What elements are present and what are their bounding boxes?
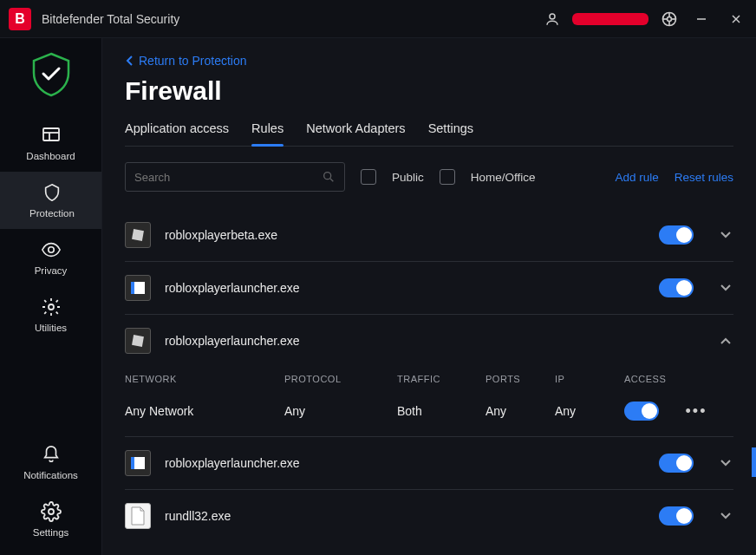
sidebar-item-settings[interactable]: Settings [0, 491, 101, 548]
sidebar-item-label: Dashboard [26, 151, 75, 161]
cell-protocol: Any [284, 404, 397, 418]
username-redacted [572, 13, 648, 25]
sidebar: Dashboard Protection Privacy Utilities N… [0, 38, 102, 555]
rules-list: robloxplayerbeta.exe robloxplayerlaunche… [125, 209, 733, 542]
chevron-down-icon [720, 512, 732, 520]
app-title: Bitdefender Total Security [42, 12, 544, 26]
expand-button[interactable] [718, 455, 733, 471]
cell-ip: Any [555, 404, 624, 418]
svg-point-14 [49, 304, 54, 310]
chevron-down-icon [720, 284, 732, 292]
gear-icon [41, 501, 62, 522]
svg-line-17 [330, 179, 333, 181]
rule-name: robloxplayerlauncher.exe [165, 456, 645, 470]
expand-button[interactable] [718, 508, 733, 524]
col-ip: IP [555, 374, 624, 384]
col-ports: PORTS [486, 374, 555, 384]
chevron-down-icon [720, 231, 732, 239]
rule-name: robloxplayerbeta.exe [165, 228, 645, 242]
rule-toggle[interactable] [659, 454, 694, 473]
svg-point-13 [48, 247, 53, 252]
collapse-button[interactable] [718, 333, 733, 349]
svg-point-2 [668, 16, 672, 21]
checkbox-public-label[interactable]: Public [392, 171, 424, 184]
toolbar: Public Home/Office Add rule Reset rules [125, 162, 733, 192]
svg-point-16 [324, 173, 331, 180]
col-network: NETWORK [125, 374, 284, 384]
tab-settings[interactable]: Settings [428, 121, 473, 146]
utilities-icon [41, 297, 62, 317]
protection-icon [42, 182, 62, 203]
search-field-wrap [125, 162, 345, 192]
app-icon [125, 275, 151, 301]
sidebar-item-notifications[interactable]: Notifications [0, 434, 101, 491]
checkbox-home[interactable] [440, 169, 455, 185]
col-protocol: PROTOCOL [284, 374, 397, 384]
svg-point-15 [49, 509, 54, 514]
svg-rect-19 [131, 282, 134, 294]
col-traffic: TRAFFIC [397, 374, 486, 384]
cell-ports: Any [486, 404, 555, 418]
app-icon [125, 222, 151, 248]
privacy-icon [41, 239, 62, 260]
search-input[interactable] [134, 171, 322, 184]
cell-network: Any Network [125, 404, 284, 418]
bell-icon [41, 444, 62, 465]
detail-row: Any Network Any Both Any Any ••• [125, 393, 733, 436]
rule-row: rundll32.exe [125, 490, 733, 542]
chevron-down-icon [720, 459, 732, 467]
page-title: Firewall [125, 76, 733, 106]
user-icon[interactable] [544, 11, 560, 27]
scroll-accent [752, 447, 756, 477]
chevron-left-icon [125, 55, 134, 67]
sidebar-item-label: Notifications [23, 470, 78, 480]
app-icon [125, 450, 151, 476]
chevron-up-icon [720, 336, 732, 345]
dashboard-icon [41, 125, 62, 146]
sidebar-item-label: Privacy [35, 265, 68, 276]
tab-application-access[interactable]: Application access [125, 121, 229, 146]
app-icon [125, 328, 151, 354]
rule-name: robloxplayerlauncher.exe [165, 281, 645, 295]
app-icon [125, 503, 151, 529]
sidebar-item-label: Utilities [35, 323, 67, 333]
breadcrumb-back[interactable]: Return to Protection [125, 54, 733, 68]
rule-toggle[interactable] [659, 278, 694, 297]
expand-button[interactable] [718, 227, 733, 243]
rule-toggle[interactable] [659, 506, 694, 526]
more-button[interactable]: ••• [685, 402, 707, 421]
svg-rect-21 [131, 457, 134, 469]
checkbox-home-label[interactable]: Home/Office [471, 171, 536, 184]
col-access: ACCESS [624, 374, 733, 384]
main-panel: Return to Protection Firewall Applicatio… [102, 38, 756, 555]
sidebar-item-label: Protection [29, 208, 75, 219]
checkbox-public[interactable] [361, 169, 376, 185]
sidebar-item-dashboard[interactable]: Dashboard [0, 114, 101, 172]
detail-toggle[interactable] [624, 402, 659, 421]
expand-button[interactable] [718, 280, 733, 296]
rule-toggle[interactable] [659, 225, 694, 245]
tab-rules[interactable]: Rules [251, 121, 284, 146]
reset-rules-link[interactable]: Reset rules [675, 171, 733, 184]
tab-network-adapters[interactable]: Network Adapters [306, 121, 405, 146]
cell-traffic: Both [397, 404, 486, 418]
rule-row: robloxplayerlauncher.exe [125, 262, 733, 315]
minimize-button[interactable] [690, 8, 713, 30]
rule-name: robloxplayerlauncher.exe [165, 334, 694, 348]
detail-header: NETWORK PROTOCOL TRAFFIC PORTS IP ACCESS [125, 367, 733, 393]
search-icon [322, 170, 336, 184]
tabs: Application access Rules Network Adapter… [125, 121, 733, 147]
sidebar-item-utilities[interactable]: Utilities [0, 286, 101, 343]
app-logo: B [9, 8, 31, 30]
rule-name: rundll32.exe [165, 509, 645, 523]
help-icon[interactable] [661, 10, 678, 28]
close-button[interactable] [725, 8, 747, 30]
svg-rect-10 [43, 128, 59, 140]
sidebar-item-privacy[interactable]: Privacy [0, 229, 101, 286]
sidebar-item-protection[interactable]: Protection [0, 172, 101, 229]
breadcrumb-label: Return to Protection [139, 54, 247, 68]
rule-row: robloxplayerbeta.exe [125, 209, 733, 262]
add-rule-link[interactable]: Add rule [615, 171, 658, 184]
sidebar-item-label: Settings [33, 527, 69, 538]
rule-row: robloxplayerlauncher.exe [125, 437, 733, 490]
